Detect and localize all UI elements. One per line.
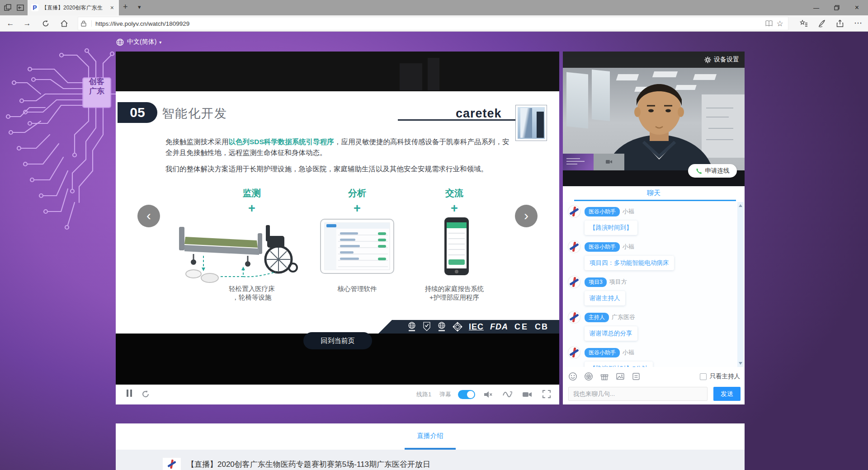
globe-icon: [116, 38, 124, 46]
fullscreen-icon[interactable]: [542, 390, 551, 400]
emoji-icon[interactable]: [568, 372, 578, 382]
caption-communicate: 持续的家庭报告系统+护理部应用程序: [402, 285, 506, 302]
flower-sticker-icon[interactable]: [584, 372, 594, 382]
secondary-thumbnail[interactable]: [594, 154, 624, 170]
user-name: 小福: [623, 207, 634, 216]
favorites-list-icon[interactable]: [798, 18, 809, 29]
fda-mark: FDA: [490, 322, 508, 332]
yigu-logo: [163, 458, 181, 470]
user-name: 广东医谷: [612, 313, 635, 321]
share-icon[interactable]: [835, 18, 845, 29]
camera-icon[interactable]: [522, 390, 533, 400]
prev-slide-button[interactable]: ‹: [137, 205, 160, 227]
only-host-label: 只看主持人: [710, 372, 741, 381]
avatar: [568, 241, 580, 253]
video-player[interactable]: 05 智能化开发 caretek 免接触监测技术采用以色列SDS科学数据系统引导…: [116, 52, 559, 404]
close-window-button[interactable]: ×: [847, 0, 867, 15]
hospital-bed-wheelchair-image: [175, 214, 302, 284]
url-text[interactable]: https://live.polyv.cn/watch/1809929: [95, 20, 764, 27]
chat-input-row: 发送: [563, 387, 745, 401]
back-to-current-page-button[interactable]: 回到当前页: [303, 332, 372, 349]
ink-pen-icon[interactable]: [816, 18, 827, 29]
scroll-up-icon[interactable]: [739, 204, 742, 207]
iec-mark: IEC: [469, 322, 484, 332]
phone-icon: [696, 168, 703, 174]
minimize-button[interactable]: —: [806, 0, 826, 15]
tab-close-icon[interactable]: ×: [109, 4, 115, 11]
new-tab-button[interactable]: +: [123, 2, 128, 12]
language-label: 中文(简体): [127, 38, 156, 46]
favorite-star-icon[interactable]: ☆: [774, 19, 785, 28]
live-title: 【直播】2020创客广东生物医药专题赛初赛第5场-113期广东医谷开放日: [187, 459, 430, 470]
mobile-app-phone-image: [444, 217, 469, 276]
chat-input[interactable]: [568, 387, 708, 401]
chat-message: 主持人 广东医谷 谢谢谭总的分享: [568, 311, 733, 341]
chat-toolbar: 只看主持人: [563, 371, 745, 384]
image-upload-icon[interactable]: [616, 372, 626, 382]
pause-button[interactable]: [126, 390, 133, 400]
circuit-brain-decoration: [0, 40, 118, 234]
chat-scrollbar[interactable]: [737, 202, 744, 367]
set-tabs-aside-icon[interactable]: [16, 4, 24, 12]
plus-sign: +: [418, 202, 491, 216]
tab-preview-icon[interactable]: [4, 4, 12, 12]
plus-sign: +: [321, 202, 393, 216]
presenter-webcam: 设备设置: [563, 52, 745, 170]
scroll-down-icon[interactable]: [739, 362, 742, 365]
notice-icon[interactable]: [632, 372, 642, 382]
user-badge: 主持人: [585, 313, 609, 322]
gift-icon[interactable]: [600, 372, 610, 382]
back-button[interactable]: ←: [5, 19, 15, 28]
restore-button[interactable]: [826, 0, 847, 15]
brand-underline: [398, 119, 518, 121]
chat-message: 医谷小助手 小福 项目四：多功能智能电动病床: [568, 241, 733, 270]
browser-tab-bar: P 【直播】2020创客广东生 × + ▾ — ×: [0, 0, 868, 15]
slide-paragraph-2: 我们的整体解决方案适用于长期护理设施，急诊医院，家庭辅助生活以及其他安全安规需求…: [165, 164, 510, 174]
browser-window: P 【直播】2020创客广东生 × + ▾ — × ← → https://li…: [0, 0, 868, 470]
danmu-toggle[interactable]: [458, 390, 475, 399]
chat-message-list[interactable]: 医谷小助手 小福 【路演时间到】 医谷小助手 小福 项目四：多功能智能电动病床: [563, 202, 737, 367]
user-name: 小福: [623, 348, 634, 357]
send-button[interactable]: 发送: [713, 387, 741, 401]
avatar: [568, 276, 580, 288]
user-badge: 医谷小助手: [585, 207, 620, 216]
request-call-label: 申请连线: [705, 167, 730, 175]
caption-monitor: 轻松置入医疗床，轮椅等设施: [200, 285, 304, 302]
mute-icon[interactable]: [483, 390, 493, 400]
chat-message: 医谷小助手 小福 【路演时间到】: [568, 206, 733, 235]
message-bubble: 【路演时间到】: [585, 221, 637, 235]
tab-chat[interactable]: 聊天: [647, 189, 660, 197]
forward-button[interactable]: →: [22, 19, 32, 28]
slide-thumbnail[interactable]: [563, 154, 594, 170]
software-tablet-image: [320, 219, 394, 274]
refresh-button[interactable]: [41, 19, 51, 28]
tab-live-intro[interactable]: 直播介绍: [417, 432, 443, 439]
reload-stream-button[interactable]: [141, 390, 150, 400]
video-letterbox-top: [116, 52, 559, 91]
live-title-area: 【直播】2020创客广东生物医药专题赛初赛第5场-113期广东医谷开放日: [116, 450, 745, 470]
reading-view-icon[interactable]: [764, 20, 774, 27]
language-selector[interactable]: 中文(简体) ▾: [116, 38, 161, 46]
intertek-globe-icon: [407, 321, 416, 332]
cb-mark: CB: [535, 322, 548, 332]
device-settings-label[interactable]: 设备设置: [714, 56, 739, 64]
gear-icon[interactable]: [704, 56, 711, 63]
home-button[interactable]: [59, 19, 69, 28]
quality-wave-icon[interactable]: [502, 390, 512, 400]
chat-tab-underline: [574, 200, 736, 201]
column-header-analyze: 分析: [321, 187, 393, 199]
building-photo: [515, 105, 547, 141]
line-select-label[interactable]: 线路1: [416, 390, 431, 400]
plus-sign: +: [216, 202, 288, 216]
browser-tab[interactable]: P 【直播】2020创客广东生 ×: [28, 0, 119, 15]
caption-analyze: 核心管理软件: [305, 285, 409, 293]
address-bar[interactable]: https://live.polyv.cn/watch/1809929 ☆: [78, 17, 788, 30]
only-host-checkbox[interactable]: [700, 373, 707, 380]
chat-message: 项目3 项目方 谢谢主持人: [568, 276, 733, 306]
more-menu-icon[interactable]: ⋯: [853, 18, 863, 29]
request-call-button[interactable]: 申请连线: [688, 164, 737, 178]
tab-list-icon[interactable]: ▾: [138, 4, 141, 10]
next-slide-button[interactable]: ›: [515, 205, 538, 227]
message-bubble: 项目四：多功能智能电动病床: [585, 256, 674, 270]
user-name: 项目方: [609, 278, 627, 286]
